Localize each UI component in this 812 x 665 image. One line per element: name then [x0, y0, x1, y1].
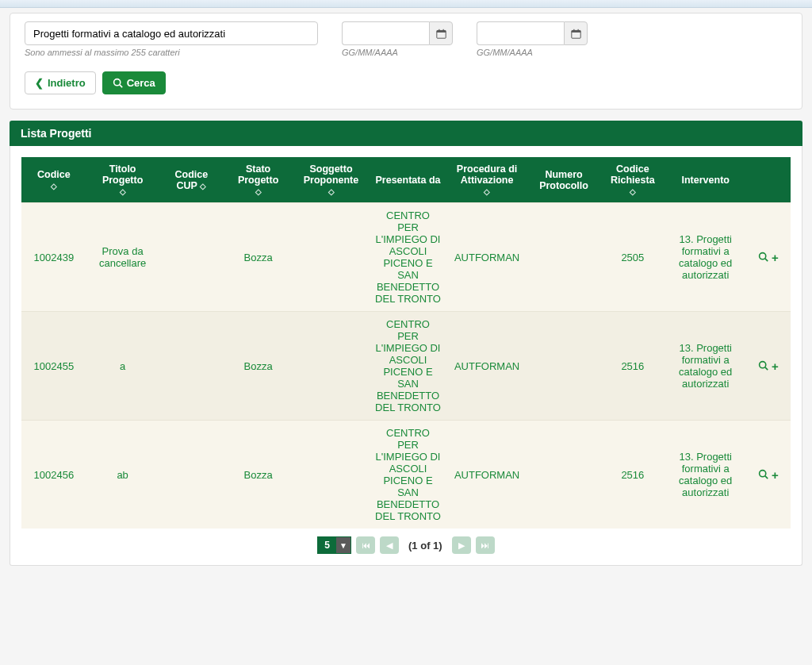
sort-icon: ◇ — [228, 187, 288, 196]
page-next-button[interactable]: ▶ — [452, 536, 471, 554]
cell-soggetto — [293, 312, 370, 421]
table-row: 1002456abBozzaCENTRO PER L'IMPIEGO DI AS… — [21, 421, 791, 529]
list-title: Lista Progetti — [10, 121, 802, 146]
svg-rect-6 — [573, 29, 574, 30]
calendar-icon — [571, 29, 581, 39]
page-last-button[interactable]: ⏭ — [476, 536, 495, 554]
date-from-helper: GG/MM/AAAA — [342, 48, 453, 57]
col-header-protocollo[interactable]: Numero Protocollo — [527, 157, 600, 203]
add-icon[interactable]: + — [772, 468, 779, 482]
svg-rect-2 — [439, 29, 439, 30]
cell-cup — [159, 421, 224, 529]
cell-richiesta: 2516 — [600, 421, 665, 529]
col-header-presentata[interactable]: Presentata da — [370, 157, 446, 203]
list-panel: Codice◇ Titolo Progetto◇ Codice CUP ◇ St… — [10, 146, 802, 566]
cell-stato: Bozza — [224, 203, 293, 312]
page-size-value: 5 — [318, 540, 336, 551]
svg-line-13 — [765, 367, 768, 369]
chevron-left-icon: ❮ — [35, 77, 44, 89]
cell-titolo: Prova da cancellare — [86, 203, 159, 312]
page-first-button[interactable]: ⏮ — [356, 536, 375, 554]
svg-rect-1 — [436, 30, 445, 32]
date-to-input[interactable] — [477, 21, 564, 45]
cell-soggetto — [293, 421, 370, 529]
search-button[interactable]: Cerca — [102, 71, 166, 94]
col-header-richiesta[interactable]: Codice Richiesta◇ — [600, 157, 665, 203]
cell-codice: 1002456 — [21, 421, 86, 529]
calendar-icon — [436, 29, 446, 39]
svg-point-10 — [760, 252, 766, 259]
cell-soggetto — [293, 203, 370, 312]
search-icon — [113, 78, 123, 88]
cell-stato: Bozza — [224, 421, 293, 529]
paginator: 5 ▼ ⏮ ◀ (1 of 1) ▶ ⏭ — [21, 536, 791, 554]
cell-protocollo — [527, 203, 600, 312]
search-button-label: Cerca — [127, 77, 155, 89]
cell-procedura: AUTFORMAN — [446, 421, 527, 529]
page-info: (1 of 1) — [408, 540, 442, 552]
date-to-calendar-button[interactable] — [564, 21, 588, 45]
chevron-down-icon: ▼ — [336, 537, 350, 553]
sort-icon: ◇ — [91, 187, 155, 196]
view-icon[interactable] — [758, 359, 768, 373]
svg-point-12 — [760, 361, 766, 367]
svg-line-9 — [120, 85, 122, 87]
projects-table: Codice◇ Titolo Progetto◇ Codice CUP ◇ St… — [21, 157, 791, 529]
back-button[interactable]: ❮ Indietro — [25, 71, 96, 94]
cell-presentata: CENTRO PER L'IMPIEGO DI ASCOLI PICENO E … — [370, 312, 446, 421]
window-toolbar — [0, 0, 812, 8]
page-size-select[interactable]: 5 ▼ — [317, 536, 351, 554]
cell-intervento: 13. Progetti formativi a catalogo ed aut… — [665, 203, 746, 312]
cell-presentata: CENTRO PER L'IMPIEGO DI ASCOLI PICENO E … — [370, 421, 446, 529]
col-header-titolo[interactable]: Titolo Progetto◇ — [86, 157, 159, 203]
date-to-helper: GG/MM/AAAA — [477, 48, 588, 57]
cell-titolo: ab — [86, 421, 159, 529]
col-header-stato[interactable]: Stato Progetto◇ — [224, 157, 293, 203]
table-row: 1002455aBozzaCENTRO PER L'IMPIEGO DI ASC… — [21, 312, 791, 421]
view-icon[interactable] — [758, 251, 768, 264]
col-header-intervento[interactable]: Intervento — [665, 157, 746, 203]
date-from-calendar-button[interactable] — [429, 21, 453, 45]
table-row: 1002439Prova da cancellareBozzaCENTRO PE… — [21, 203, 791, 312]
svg-rect-3 — [442, 29, 443, 30]
view-icon[interactable] — [758, 468, 768, 482]
col-header-actions — [746, 157, 791, 203]
add-icon[interactable]: + — [772, 359, 779, 373]
page-prev-button[interactable]: ◀ — [380, 536, 399, 554]
add-icon[interactable]: + — [772, 251, 779, 264]
svg-rect-5 — [571, 30, 580, 32]
cell-procedura: AUTFORMAN — [446, 312, 527, 421]
cell-cup — [159, 312, 224, 421]
cell-actions: + — [746, 203, 791, 312]
cell-intervento: 13. Progetti formativi a catalogo ed aut… — [665, 421, 746, 529]
date-from-input[interactable] — [342, 21, 429, 45]
cell-protocollo — [527, 312, 600, 421]
cell-protocollo — [527, 421, 600, 529]
cell-actions: + — [746, 312, 791, 421]
sort-icon: ◇ — [26, 182, 82, 190]
search-panel: Sono ammessi al massimo 255 caratteri GG — [10, 13, 802, 110]
cell-stato: Bozza — [224, 312, 293, 421]
sort-icon: ◇ — [605, 187, 661, 196]
sort-icon: ◇ — [451, 187, 523, 196]
cell-richiesta: 2505 — [600, 203, 665, 312]
search-text-input[interactable] — [25, 21, 318, 45]
back-button-label: Indietro — [48, 77, 86, 89]
search-text-helper: Sono ammessi al massimo 255 caratteri — [25, 48, 318, 57]
sort-icon: ◇ — [200, 182, 206, 190]
cell-actions: + — [746, 421, 791, 529]
svg-line-15 — [765, 475, 768, 478]
col-header-cup[interactable]: Codice CUP ◇ — [159, 157, 224, 203]
cell-intervento: 13. Progetti formativi a catalogo ed aut… — [665, 312, 746, 421]
svg-rect-7 — [577, 29, 578, 30]
col-header-soggetto[interactable]: Soggetto Proponente◇ — [293, 157, 370, 203]
col-header-procedura[interactable]: Procedura di Attivazione◇ — [446, 157, 527, 203]
col-header-codice[interactable]: Codice◇ — [21, 157, 86, 203]
cell-codice: 1002455 — [21, 312, 86, 421]
cell-titolo: a — [86, 312, 159, 421]
svg-point-14 — [760, 470, 766, 476]
cell-codice: 1002439 — [21, 203, 86, 312]
sort-icon: ◇ — [297, 187, 365, 196]
svg-point-8 — [113, 79, 120, 86]
cell-cup — [159, 203, 224, 312]
